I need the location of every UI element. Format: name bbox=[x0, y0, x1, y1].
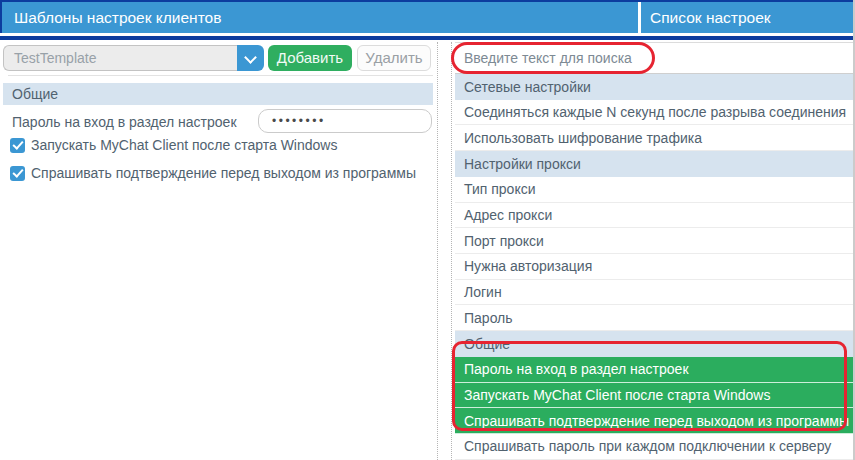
right-panel-title: Список настроек bbox=[650, 2, 771, 33]
panel-splitter[interactable] bbox=[437, 42, 438, 460]
autostart-checkbox-label: Запускать MyChat Client после старта Win… bbox=[31, 137, 337, 153]
settings-row[interactable]: Соединяться каждые N секунд после разрыв… bbox=[455, 100, 853, 126]
template-combobox-value[interactable]: TestTemplate bbox=[3, 45, 238, 71]
settings-row[interactable]: Порт прокси bbox=[455, 228, 853, 254]
header-divider bbox=[638, 2, 641, 33]
panel-splitter[interactable] bbox=[451, 42, 452, 460]
left-panel-separator bbox=[8, 75, 433, 76]
settings-section-row[interactable]: Общие bbox=[455, 331, 853, 357]
app-window: Шаблоны настроек клиентов Список настрое… bbox=[0, 0, 855, 460]
settings-row-highlighted[interactable]: Пароль на вход в раздел настроек bbox=[455, 357, 853, 383]
autostart-checkbox-row: Запускать MyChat Client после старта Win… bbox=[10, 137, 337, 153]
settings-row-highlighted[interactable]: Спрашивать подтверждение перед выходом и… bbox=[455, 408, 853, 434]
settings-row-highlighted[interactable]: Запускать MyChat Client после старта Win… bbox=[455, 383, 853, 409]
settings-list: Сетевые настройкиСоединяться каждые N се… bbox=[455, 74, 853, 460]
header-underline bbox=[0, 36, 855, 40]
confirm-exit-checkbox[interactable] bbox=[10, 166, 25, 181]
checkmark-icon bbox=[12, 166, 23, 177]
delete-template-button[interactable]: Удалить bbox=[357, 45, 431, 71]
add-template-button[interactable]: Добавить bbox=[268, 45, 352, 71]
settings-list-panel: Сетевые настройкиСоединяться каждые N се… bbox=[455, 42, 853, 460]
settings-row[interactable]: Пароль bbox=[455, 305, 853, 331]
left-panel-title: Шаблоны настроек клиентов bbox=[14, 2, 221, 33]
password-label: Пароль на вход в раздел настроек bbox=[12, 110, 237, 134]
settings-row[interactable]: Логин bbox=[455, 280, 853, 306]
settings-row[interactable]: Использовать шифрование трафика bbox=[455, 125, 853, 151]
confirm-exit-checkbox-row: Спрашивать подтверждение перед выходом и… bbox=[10, 165, 416, 181]
confirm-exit-checkbox-label: Спрашивать подтверждение перед выходом и… bbox=[31, 165, 416, 181]
chevron-down-icon bbox=[244, 51, 257, 64]
settings-section-row[interactable]: Сетевые настройки bbox=[455, 74, 853, 100]
settings-search-input[interactable] bbox=[455, 42, 853, 74]
general-section-header: Общие bbox=[3, 83, 433, 105]
settings-row[interactable]: Спрашивать пароль при каждом подключении… bbox=[455, 434, 853, 460]
template-combobox-dropdown-button[interactable] bbox=[237, 45, 264, 71]
password-input[interactable]: •••••••• bbox=[258, 109, 432, 133]
autostart-checkbox[interactable] bbox=[10, 138, 25, 153]
checkmark-icon bbox=[12, 138, 23, 149]
settings-section-row[interactable]: Настройки прокси bbox=[455, 151, 853, 177]
settings-row[interactable]: Тип прокси bbox=[455, 177, 853, 203]
settings-row[interactable]: Адрес прокси bbox=[455, 203, 853, 229]
settings-row[interactable]: Нужна авторизация bbox=[455, 254, 853, 280]
